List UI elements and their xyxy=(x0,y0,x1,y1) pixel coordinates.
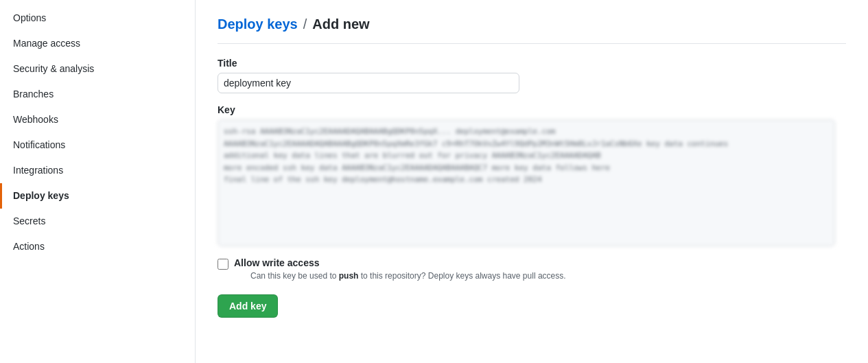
sidebar: OptionsManage accessSecurity & analysisB… xyxy=(0,0,196,363)
sidebar-item-options[interactable]: Options xyxy=(0,5,195,31)
sidebar-item-actions[interactable]: Actions xyxy=(0,234,195,259)
page-header: Deploy keys / Add new xyxy=(218,16,846,44)
sidebar-item-notifications[interactable]: Notifications xyxy=(0,132,195,158)
key-group: Key ssh-rsa AAAAB3NzaC1yc2EAAAADAQABAAAB… xyxy=(218,104,846,246)
sidebar-item-integrations[interactable]: Integrations xyxy=(0,158,195,183)
breadcrumb-separator: / xyxy=(303,16,307,32)
sidebar-item-manage-access[interactable]: Manage access xyxy=(0,31,195,56)
sidebar-item-security-analysis[interactable]: Security & analysis xyxy=(0,56,195,82)
sidebar-nav: OptionsManage accessSecurity & analysisB… xyxy=(0,5,195,259)
sidebar-item-branches[interactable]: Branches xyxy=(0,82,195,107)
allow-write-text-group: Allow write access Can this key be used … xyxy=(234,257,566,281)
push-bold: push xyxy=(339,271,359,281)
page-title: Add new xyxy=(312,16,369,32)
allow-write-group: Allow write access Can this key be used … xyxy=(218,257,846,281)
add-key-button[interactable]: Add key xyxy=(218,294,278,318)
sidebar-item-webhooks[interactable]: Webhooks xyxy=(0,107,195,132)
main-content: Deploy keys / Add new Title Key ssh-rsa … xyxy=(196,0,868,363)
sidebar-item-secrets[interactable]: Secrets xyxy=(0,209,195,234)
key-textarea-wrapper: ssh-rsa AAAAB3NzaC1yc2EAAAADAQABAAABgQDK… xyxy=(218,119,835,246)
title-input[interactable] xyxy=(218,73,519,93)
title-group: Title xyxy=(218,58,846,93)
allow-write-label[interactable]: Allow write access xyxy=(234,257,320,268)
allow-write-checkbox[interactable] xyxy=(218,259,228,270)
key-label: Key xyxy=(218,104,846,115)
title-label: Title xyxy=(218,58,846,69)
deploy-keys-breadcrumb[interactable]: Deploy keys xyxy=(218,16,298,32)
key-textarea-blurred[interactable]: ssh-rsa AAAAB3NzaC1yc2EAAAADAQABAAABgQDK… xyxy=(218,119,835,246)
allow-write-description: Can this key be used to push to this rep… xyxy=(250,271,566,281)
sidebar-item-deploy-keys[interactable]: Deploy keys xyxy=(0,183,195,209)
